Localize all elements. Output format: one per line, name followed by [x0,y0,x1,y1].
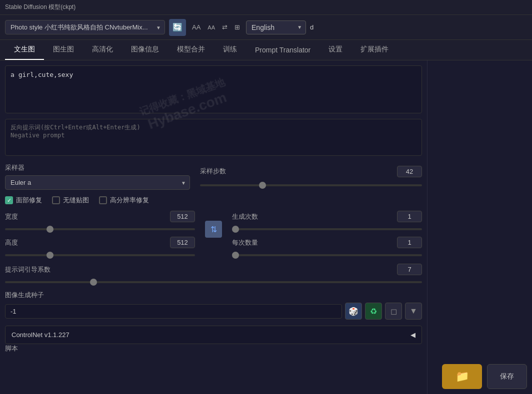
app-title: Stable Diffusion 模型(ckpt) [5,3,76,11]
seed-row: 图像生成种子 🎲 ♻ ◻ ▼ [5,291,422,320]
tiling-label: 无缝贴图 [63,196,89,205]
sampler-steps-row: 采样器 Euler a Euler LMS Heun DDIM 采样步数 42 [5,163,422,190]
seed-label: 图像生成种子 [5,291,422,300]
language-selector[interactable]: English 中文 日本語 [246,20,306,34]
tiling-box [52,196,60,204]
script-label: 脚本 [5,345,18,352]
height-label: 高度 [5,238,30,247]
sampler-label: 采样器 [5,163,190,172]
face-fix-box: ✓ [5,196,13,204]
settings-icon-btn[interactable]: ⊞ [232,22,242,32]
checkboxes-row: ✓ 面部修复 无缝贴图 高分辨率修复 [5,196,422,205]
sampler-select-wrap[interactable]: Euler a Euler LMS Heun DDIM [5,175,190,190]
tab-txt2img[interactable]: 文生图 [5,40,44,60]
sampler-select[interactable]: Euler a Euler LMS Heun DDIM [5,175,190,190]
cfg-value: 7 [397,264,422,275]
hires-label: 高分辨率修复 [110,196,149,205]
tab-merge[interactable]: 模型合并 [168,40,214,60]
gen-count-section: 生成次数 1 每次数量 1 [232,211,422,258]
gen-count-value: 1 [397,211,422,222]
controlnet-label: ControlNet v1.1.227 [12,331,70,339]
height-slider[interactable] [5,254,195,256]
left-panel: a girl,cute,sexy 采样器 Euler a Euler LMS H… [0,60,427,394]
right-bottom-buttons: 📁 保存 [432,364,527,389]
tab-img2img[interactable]: 图生图 [44,40,83,60]
gen-count-label: 生成次数 [232,212,258,221]
font-size-controls: AA AA ⇄ ⊞ [190,22,242,32]
steps-value: 42 [397,166,422,177]
batch-size-value: 1 [397,237,422,248]
nav-tabs: 文生图 图生图 高清化 图像信息 模型合并 训练 Prompt Translat… [0,40,532,60]
width-section: 宽度 512 高度 512 [5,211,195,258]
negative-prompt-input[interactable] [5,119,422,156]
steps-label: 采样步数 [200,167,226,176]
font-small-button[interactable]: AA [206,23,217,31]
face-fix-checkbox[interactable]: ✓ 面部修复 [5,196,42,205]
tab-settings[interactable]: 设置 [320,40,352,60]
extra-seed-button[interactable]: ◻ [385,303,402,320]
script-section: 脚本 [5,344,422,353]
recycle-seed-button[interactable]: ♻ [365,303,382,320]
hires-box [99,196,107,204]
header-bar: Photo style 小红书纯欲风格自拍 CNvtuberMix... 🔄 A… [0,15,532,40]
model-selector[interactable]: Photo style 小红书纯欲风格自拍 CNvtuberMix... [5,20,165,34]
tab-extensions[interactable]: 扩展插件 [352,40,398,60]
refresh-icon: 🔄 [172,22,182,32]
right-panel: 📁 保存 [427,60,532,394]
dimensions-row: 宽度 512 高度 512 ⇅ 生成次数 1 [5,211,422,258]
batch-size-slider[interactable] [232,254,422,256]
steps-slider[interactable] [200,184,422,186]
tab-prompt-translator[interactable]: Prompt Translator [246,41,320,60]
tab-imginfo[interactable]: 图像信息 [122,40,168,60]
tab-train[interactable]: 训练 [214,40,246,60]
seed-input-wrap: 🎲 ♻ ◻ ▼ [5,303,422,320]
batch-size-label: 每次数量 [232,238,258,247]
cfg-label: 提示词引导系数 [5,265,50,274]
swap-dimensions-wrap[interactable]: ⇅ [205,211,222,238]
cfg-slider[interactable] [5,281,422,283]
refresh-model-button[interactable]: 🔄 [169,19,186,36]
save-label: 保存 [500,372,514,381]
main-content: a girl,cute,sexy 采样器 Euler a Euler LMS H… [0,60,532,394]
generate-preview-area [432,65,527,364]
controlnet-row[interactable]: ControlNet v1.1.227 ◀ [5,326,422,344]
model-selector-wrap[interactable]: Photo style 小红书纯欲风格自拍 CNvtuberMix... [5,20,165,34]
language-selector-wrap[interactable]: English 中文 日本語 [246,20,306,34]
seed-dropdown-button[interactable]: ▼ [405,303,422,320]
positive-prompt-input[interactable]: a girl,cute,sexy [5,65,422,113]
open-folder-button[interactable]: 📁 [442,364,482,389]
width-value: 512 [170,211,195,222]
sampler-section: 采样器 Euler a Euler LMS Heun DDIM [5,163,190,190]
seed-input[interactable] [5,304,342,319]
height-value: 512 [170,237,195,248]
tab-hires[interactable]: 高清化 [83,40,122,60]
controlnet-arrow-icon: ◀ [410,331,416,339]
save-button[interactable]: 保存 [487,364,527,389]
d-label: d [310,23,314,31]
tiling-checkbox[interactable]: 无缝贴图 [52,196,89,205]
width-slider[interactable] [5,228,195,230]
top-bar: Stable Diffusion 模型(ckpt) [0,0,532,15]
width-label: 宽度 [5,212,30,221]
hires-checkbox[interactable]: 高分辨率修复 [99,196,149,205]
font-large-button[interactable]: AA [190,22,202,32]
gen-count-slider[interactable] [232,228,422,230]
random-seed-button[interactable]: 🎲 [345,303,362,320]
cfg-row: 提示词引导系数 7 [5,264,422,285]
swap-lang-button[interactable]: ⇄ [220,22,230,32]
folder-icon: 📁 [456,370,469,383]
steps-section: 采样步数 42 [200,166,422,188]
face-fix-label: 面部修复 [16,196,42,205]
swap-dimensions-button[interactable]: ⇅ [205,221,222,238]
